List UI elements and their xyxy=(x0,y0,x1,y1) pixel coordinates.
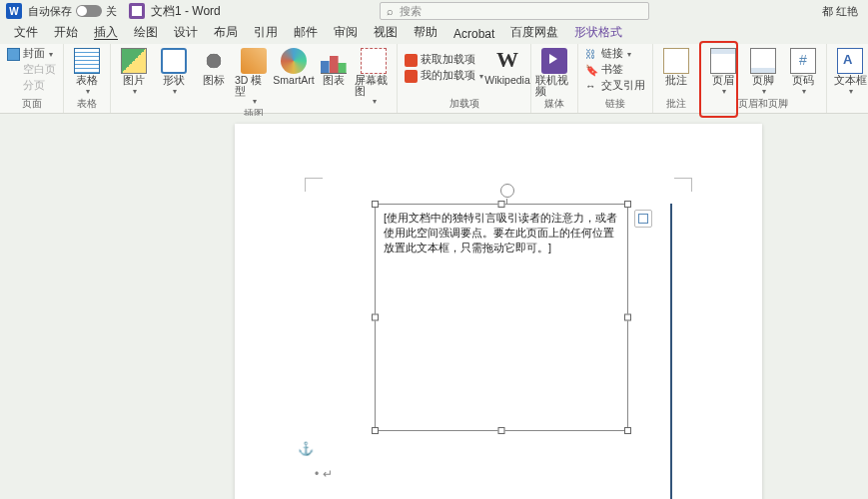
get-addins-button[interactable]: 获取加载项 xyxy=(402,52,486,68)
pagenumber-button[interactable]: 页码▾ xyxy=(784,46,822,96)
group-label-pages: 页面 xyxy=(22,96,42,113)
tab-baidu[interactable]: 百度网盘 xyxy=(502,21,566,44)
search-placeholder: 搜索 xyxy=(400,4,422,19)
textbox-object[interactable]: [使用文档中的独特引言吸引读者的注意力，或者使用此空间强调要点。要在此页面上的任… xyxy=(375,204,628,431)
user-name: 都 红艳 xyxy=(822,4,858,19)
toggle-icon xyxy=(76,5,102,17)
layout-options-button[interactable] xyxy=(634,210,652,228)
group-media: 联机视频 媒体 xyxy=(531,44,578,113)
tab-draw[interactable]: 绘图 xyxy=(126,21,166,44)
tab-file[interactable]: 文件 xyxy=(6,21,46,44)
tab-home[interactable]: 开始 xyxy=(46,21,86,44)
link-button[interactable]: ⛓链接▾ xyxy=(582,46,648,62)
resize-handle-s[interactable] xyxy=(498,427,505,434)
document-title: 文档1 - Word xyxy=(151,3,221,20)
tab-mailings[interactable]: 邮件 xyxy=(286,21,326,44)
chart-button[interactable]: 图表 xyxy=(315,46,353,86)
tab-layout[interactable]: 布局 xyxy=(206,21,246,44)
resize-handle-nw[interactable] xyxy=(372,201,379,208)
anchor-icon: ⚓ xyxy=(298,441,314,456)
chart-icon xyxy=(321,48,347,74)
margin-corner-tr xyxy=(674,178,692,192)
table-button[interactable]: 表格▾ xyxy=(68,46,106,96)
icons-icon xyxy=(201,48,227,74)
page-break-button[interactable]: 分页 xyxy=(4,78,59,94)
paragraph-mark: ↵ xyxy=(315,467,333,481)
group-label-addins: 加载项 xyxy=(449,96,479,113)
pagenum-icon xyxy=(790,48,816,74)
screenshot-icon xyxy=(361,48,387,74)
resize-handle-e[interactable] xyxy=(624,314,631,321)
online-video-button[interactable]: 联机视频 xyxy=(535,46,573,96)
table-icon xyxy=(74,48,100,74)
tab-review[interactable]: 审阅 xyxy=(326,21,366,44)
tab-view[interactable]: 视图 xyxy=(366,21,406,44)
resize-handle-w[interactable] xyxy=(372,314,379,321)
shapes-button[interactable]: 形状▾ xyxy=(155,46,193,96)
document-area[interactable]: [使用文档中的独特引言吸引读者的注意力，或者使用此空间强调要点。要在此页面上的任… xyxy=(0,116,868,499)
picture-icon xyxy=(121,48,147,74)
group-links: ⛓链接▾ 🔖书签 ↔交叉引用 链接 xyxy=(578,44,653,113)
3dmodel-button[interactable]: 3D 模型▾ xyxy=(235,46,273,106)
picture-button[interactable]: 图片▾ xyxy=(115,46,153,96)
screenshot-button[interactable]: 屏幕截图▾ xyxy=(355,46,393,106)
blank-icon xyxy=(7,64,20,77)
autosave-label: 自动保存 xyxy=(28,4,72,19)
group-illustrations: 图片▾ 形状▾ 图标 3D 模型▾ SmartArt 图表 屏幕截图▾ 插图 xyxy=(111,44,398,113)
group-label-tables: 表格 xyxy=(77,96,97,113)
tab-design[interactable]: 设计 xyxy=(166,21,206,44)
video-icon xyxy=(541,48,567,74)
shapes-icon xyxy=(161,48,187,74)
wikipedia-icon: W xyxy=(494,48,520,74)
icons-button[interactable]: 图标 xyxy=(195,46,233,86)
group-label-links: 链接 xyxy=(605,96,625,113)
bookmark-button[interactable]: 🔖书签 xyxy=(582,62,648,78)
ribbon: 封面▾ 空白页 分页 页面 表格▾ 表格 图片▾ 形状▾ 图标 3D 模型▾ S… xyxy=(0,44,868,114)
wikipedia-button[interactable]: WWikipedia xyxy=(488,46,526,86)
search-input[interactable]: ⌕ 搜索 xyxy=(380,2,649,20)
smartart-button[interactable]: SmartArt xyxy=(275,46,313,86)
tab-help[interactable]: 帮助 xyxy=(406,21,445,44)
word-app-icon: W xyxy=(6,3,22,19)
autosave-toggle[interactable]: 自动保存 关 xyxy=(28,4,117,19)
comment-icon xyxy=(663,48,689,74)
group-headerfooter: 页眉▾ 页脚▾ 页码▾ 页眉和页脚 xyxy=(700,44,827,113)
resize-handle-ne[interactable] xyxy=(624,201,631,208)
footer-button[interactable]: 页脚▾ xyxy=(744,46,782,96)
cover-page-button[interactable]: 封面▾ xyxy=(4,46,59,62)
textbox-content[interactable]: [使用文档中的独特引言吸引读者的注意力，或者使用此空间强调要点。要在此页面上的任… xyxy=(376,205,627,261)
comment-button[interactable]: 批注 xyxy=(657,46,695,86)
header-icon xyxy=(710,48,736,74)
margin-corner-tl xyxy=(305,178,323,192)
textbox-button[interactable]: 文本框▾ xyxy=(831,46,868,96)
smartart-icon xyxy=(281,48,307,74)
blank-page-button[interactable]: 空白页 xyxy=(4,62,59,78)
group-label-media: 媒体 xyxy=(544,96,564,113)
cover-icon xyxy=(7,48,20,61)
break-icon xyxy=(7,80,20,93)
group-addins: 获取加载项 我的加载项▾ WWikipedia 加载项 xyxy=(398,44,531,113)
addins-icon xyxy=(405,54,418,67)
tab-references[interactable]: 引用 xyxy=(246,21,286,44)
save-icon[interactable] xyxy=(129,3,145,19)
tab-insert[interactable]: 插入 xyxy=(86,21,126,44)
resize-handle-se[interactable] xyxy=(624,427,631,434)
textbox-icon xyxy=(837,48,863,74)
myaddins-icon xyxy=(405,70,418,83)
resize-handle-sw[interactable] xyxy=(372,427,379,434)
ribbon-tabs: 文件 开始 插入 绘图 设计 布局 引用 邮件 审阅 视图 帮助 Acrobat… xyxy=(0,22,868,44)
header-button[interactable]: 页眉▾ xyxy=(704,46,742,96)
link-icon: ⛓ xyxy=(585,48,598,61)
tab-acrobat[interactable]: Acrobat xyxy=(445,24,502,44)
rotate-handle[interactable] xyxy=(500,184,514,198)
resize-handle-n[interactable] xyxy=(498,201,505,208)
group-tables: 表格▾ 表格 xyxy=(64,44,111,113)
footer-icon xyxy=(750,48,776,74)
tab-shape-format[interactable]: 形状格式 xyxy=(566,21,630,44)
group-text: 文本框▾ ▦文档部件▾ A艺术字▾ A≡首字下沉▾ ✎签名行▾ 📅日期和时间 ▣… xyxy=(827,44,868,113)
my-addins-button[interactable]: 我的加载项▾ xyxy=(402,68,486,84)
page[interactable]: [使用文档中的独特引言吸引读者的注意力，或者使用此空间强调要点。要在此页面上的任… xyxy=(235,124,762,499)
vertical-line-shape[interactable] xyxy=(670,204,672,499)
crossref-button[interactable]: ↔交叉引用 xyxy=(582,78,648,94)
bookmark-icon: 🔖 xyxy=(585,64,598,77)
